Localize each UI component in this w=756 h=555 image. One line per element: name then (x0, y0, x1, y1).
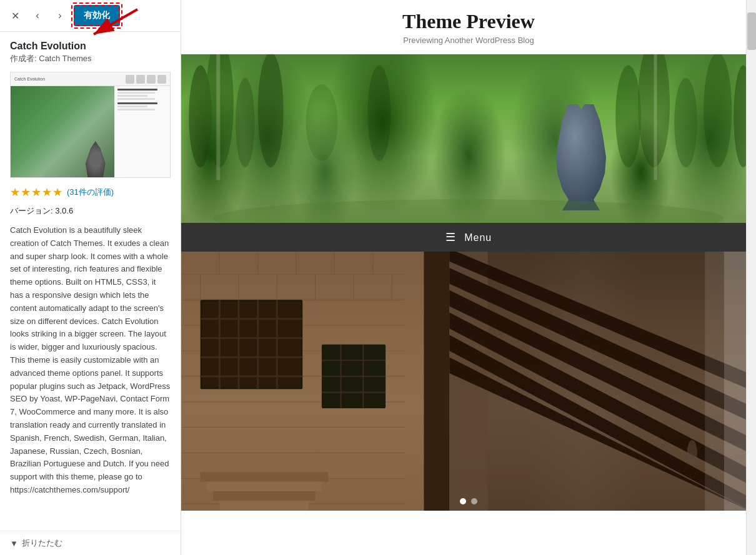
ss-block-1 (117, 89, 167, 100)
svg-rect-14 (654, 54, 657, 180)
architecture-decoration (181, 252, 756, 511)
nav-icon-4 (157, 75, 166, 84)
menu-label: Menu (464, 232, 492, 243)
nav-icon-1 (126, 75, 134, 84)
svg-rect-55 (207, 482, 322, 491)
ss-line (117, 92, 155, 94)
sidebar: ✕ ‹ › 有効化 Catch Evolution 作成者: Catch The… (0, 0, 181, 555)
svg-point-68 (687, 440, 697, 466)
star-rating: ★★★★★ (10, 185, 63, 199)
scrollbar-thumb[interactable] (747, 12, 756, 50)
forward-icon[interactable]: › (51, 7, 69, 24)
screenshot-sidebar (114, 86, 170, 178)
preview-body[interactable]: ☰ Menu (181, 54, 756, 555)
svg-rect-57 (219, 501, 309, 511)
svg-rect-13 (216, 54, 220, 180)
svg-point-8 (615, 65, 641, 167)
activate-btn-wrapper: 有効化 (74, 5, 120, 26)
ss-line (117, 109, 155, 111)
nav-icon-3 (147, 75, 156, 84)
preview-subtitle: Previewing Another WordPress Blog (194, 36, 744, 45)
ss-line (117, 102, 157, 104)
sidebar-footer[interactable]: ▼ 折りたたむ (0, 531, 181, 555)
architecture-section (181, 252, 756, 511)
rating-link[interactable]: (31件の評価) (67, 187, 114, 198)
screenshot-buddha (83, 141, 108, 178)
svg-point-6 (306, 84, 337, 161)
ss-line (117, 95, 147, 97)
collapse-icon: ▼ (10, 539, 18, 548)
close-icon[interactable]: ✕ (6, 7, 24, 24)
svg-point-4 (236, 78, 255, 167)
ss-block-2 (117, 102, 167, 111)
theme-screenshot: Catch Evolution (10, 72, 171, 178)
slideshow-indicators (460, 498, 477, 504)
rating-row: ★★★★★ (31件の評価) (10, 185, 171, 199)
svg-rect-56 (213, 491, 316, 501)
main-preview: Theme Preview Previewing Another WordPre… (181, 0, 756, 555)
collapse-label: 折りたたむ (22, 538, 62, 549)
svg-point-10 (674, 78, 697, 167)
slide-dot-1[interactable] (460, 498, 466, 504)
screenshot-hero (11, 86, 114, 178)
screenshot-nav (126, 75, 166, 84)
slide-dot-2[interactable] (471, 498, 477, 504)
version-text: バージョン: 3.0.6 (10, 205, 171, 217)
tree-decoration (181, 54, 756, 223)
nav-icon-2 (136, 75, 145, 84)
svg-point-7 (367, 65, 390, 160)
preview-title: Theme Preview (194, 10, 744, 33)
hamburger-icon: ☰ (445, 231, 456, 243)
theme-author: 作成者: Catch Themes (10, 53, 171, 64)
svg-point-5 (258, 54, 284, 167)
svg-point-11 (704, 54, 732, 167)
screenshot-body (11, 86, 170, 178)
svg-point-15 (213, 199, 724, 223)
scrollbar[interactable] (746, 0, 756, 555)
screenshot-site-name: Catch Evolution (14, 77, 45, 81)
ss-line (117, 106, 147, 107)
sidebar-content: Catch Evolution 作成者: Catch Themes Catch … (0, 32, 181, 531)
theme-title: Catch Evolution (10, 41, 171, 52)
sidebar-top-nav: ✕ ‹ › 有効化 (0, 0, 181, 32)
ss-line (117, 89, 157, 91)
ss-line (117, 98, 155, 100)
svg-rect-54 (201, 472, 328, 481)
theme-description: Catch Evolution is a beautifully sleek c… (10, 224, 171, 497)
preview-header: Theme Preview Previewing Another WordPre… (181, 0, 756, 54)
back-icon[interactable]: ‹ (29, 7, 46, 24)
svg-rect-58 (424, 252, 449, 511)
screenshot-header: Catch Evolution (11, 72, 170, 86)
svg-rect-39 (202, 302, 301, 387)
activate-button[interactable]: 有効化 (74, 5, 120, 26)
menu-bar[interactable]: ☰ Menu (181, 223, 756, 252)
svg-rect-67 (705, 252, 724, 511)
hero-section (181, 54, 756, 223)
